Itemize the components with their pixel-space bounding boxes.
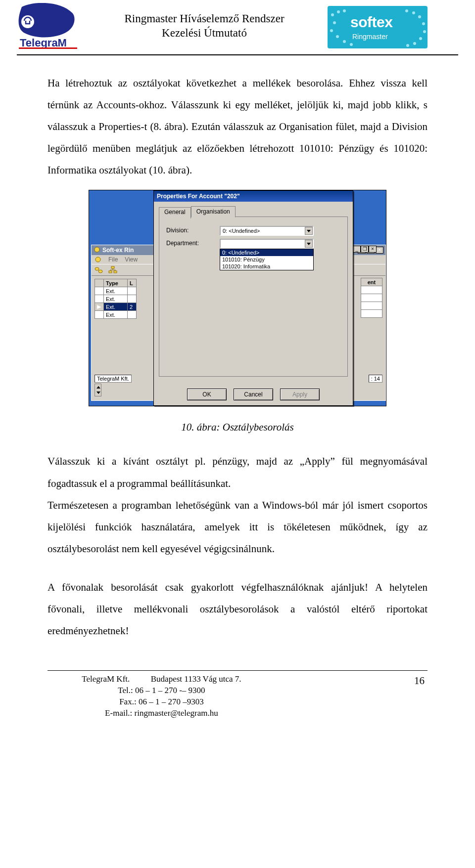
header-title-1: Ringmaster Híváselemző Rendszer bbox=[87, 12, 322, 26]
statusbar-left: TelegraM Kft. bbox=[95, 375, 132, 383]
bg-title-text: Soft-ex Rin bbox=[102, 247, 134, 254]
table-row-selected[interactable]: ▶ Ext. 2 bbox=[95, 303, 137, 311]
col-ent[interactable]: ent bbox=[361, 278, 382, 286]
bg-app-icon bbox=[94, 246, 100, 255]
svg-point-11 bbox=[412, 11, 415, 14]
mdi-minimize-button[interactable]: _ bbox=[353, 246, 361, 253]
paragraph-4: A fővonalak besorolását csak gyakorlott … bbox=[48, 576, 428, 642]
telegram-logo: TelegraM bbox=[17, 3, 81, 49]
col-l[interactable]: L bbox=[128, 279, 137, 287]
cancel-button[interactable]: Cancel bbox=[234, 389, 273, 400]
division-value: 0: <Undefined> bbox=[223, 228, 260, 234]
department-option[interactable]: 0: <Undefined> bbox=[220, 249, 313, 256]
toolbar-phones-icon[interactable] bbox=[95, 266, 103, 274]
tab-general[interactable]: General bbox=[159, 207, 191, 218]
svg-point-15 bbox=[419, 37, 422, 40]
svg-point-4 bbox=[343, 9, 346, 12]
figure-caption: 10. ábra: Osztálybesorolás bbox=[0, 421, 475, 434]
screenshot-canvas: Soft-ex Rin _ □ × File View bbox=[89, 190, 386, 406]
mdi-restore-button[interactable]: ❐ bbox=[361, 246, 369, 253]
department-dropdown-list: 0: <Undefined> 101010: Pénzügy 101020: I… bbox=[220, 249, 314, 270]
department-option[interactable]: 101020: Informatika bbox=[220, 263, 313, 270]
body-text-2: Válasszuk ki a kívánt osztályt pl. pénzü… bbox=[0, 450, 475, 642]
header-title-2: Kezelési Útmutató bbox=[87, 26, 322, 41]
svg-point-2 bbox=[331, 13, 334, 16]
svg-point-20 bbox=[95, 267, 99, 270]
dialog-button-row: OK Cancel Apply bbox=[154, 389, 353, 400]
svg-point-8 bbox=[343, 40, 346, 43]
svg-point-10 bbox=[405, 9, 408, 12]
body-text-1: Ha létrehoztuk az osztályokat következhe… bbox=[0, 72, 475, 181]
dialog-tabs: General Organisation bbox=[159, 206, 348, 217]
svg-point-12 bbox=[418, 15, 421, 18]
footer-line-4: E-mail.: ringmaster@telegram.hu bbox=[48, 708, 276, 719]
header-titles: Ringmaster Híváselemző Rendszer Kezelési… bbox=[87, 3, 322, 41]
table-row[interactable]: Ext. bbox=[95, 311, 137, 319]
paragraph-3: Természetesen a programban lehetőségünk … bbox=[48, 494, 428, 560]
dialog-titlebar: Properties For Account "202" bbox=[154, 191, 353, 202]
svg-rect-23 bbox=[109, 271, 112, 273]
footer-rule bbox=[48, 670, 428, 671]
svg-point-16 bbox=[413, 42, 416, 45]
header-rule bbox=[17, 54, 458, 55]
page-footer: TelegraM Kft. Budapest 1133 Vág utca 7. … bbox=[48, 670, 428, 719]
softex-logo: softex Ringmaster bbox=[328, 6, 428, 48]
page-number: 16 bbox=[276, 674, 428, 719]
department-option[interactable]: 101010: Pénzügy bbox=[220, 256, 313, 263]
svg-point-19 bbox=[95, 257, 100, 262]
menu-view[interactable]: View bbox=[125, 256, 138, 263]
footer-line-1: TelegraM Kft. Budapest 1133 Vág utca 7. bbox=[48, 674, 276, 685]
svg-rect-24 bbox=[114, 271, 117, 273]
ok-button[interactable]: OK bbox=[187, 389, 227, 400]
telegram-logo-text: TelegraM bbox=[20, 37, 67, 49]
svg-point-21 bbox=[98, 270, 102, 273]
bg-grid-right: ent bbox=[361, 278, 382, 318]
figure-10: Soft-ex Rin _ □ × File View bbox=[89, 190, 386, 406]
svg-point-5 bbox=[333, 21, 336, 24]
svg-point-3 bbox=[337, 10, 340, 13]
toolbar-orgchart-icon[interactable] bbox=[108, 266, 117, 274]
page-header: TelegraM Ringmaster Híváselemző Rendszer… bbox=[0, 0, 475, 49]
paragraph-2: Válasszuk ki a kívánt osztályt pl. pénzü… bbox=[48, 450, 428, 494]
department-combo[interactable]: 0: <Undefined> 101010: Pénzügy 101020: I… bbox=[220, 239, 314, 270]
svg-point-7 bbox=[336, 35, 339, 38]
apply-button[interactable]: Apply bbox=[280, 389, 320, 400]
svg-rect-1 bbox=[19, 47, 77, 49]
tab-organisation-page: Division: 0: <Undefined> Department: bbox=[159, 217, 348, 377]
tab-organisation[interactable]: Organisation bbox=[191, 206, 236, 217]
softex-logo-text: softex bbox=[350, 14, 392, 31]
table-row[interactable]: Ext. bbox=[95, 295, 137, 303]
paragraph-1: Ha létrehoztuk az osztályokat következhe… bbox=[48, 72, 428, 181]
label-department: Department: bbox=[166, 239, 216, 247]
properties-dialog: Properties For Account "202" General Org… bbox=[153, 190, 353, 406]
svg-point-17 bbox=[406, 44, 409, 47]
bg-app-menu-icon[interactable] bbox=[95, 256, 101, 263]
record-spinner[interactable] bbox=[95, 384, 101, 396]
mdi-close-button[interactable]: × bbox=[369, 246, 377, 253]
dialog-title: Properties For Account "202" bbox=[157, 193, 240, 200]
softex-logo-sub: Ringmaster bbox=[352, 33, 388, 41]
label-division: Division: bbox=[166, 226, 216, 234]
chevron-down-icon[interactable] bbox=[305, 240, 313, 248]
svg-point-13 bbox=[422, 22, 425, 25]
mdi-child-buttons: _ ❐ × bbox=[353, 246, 383, 254]
statusbar-right: : 14 bbox=[369, 375, 382, 383]
svg-rect-22 bbox=[111, 266, 114, 268]
table-row[interactable]: Ext. bbox=[95, 287, 137, 295]
svg-point-14 bbox=[423, 30, 426, 33]
svg-point-6 bbox=[330, 29, 333, 32]
division-combo[interactable]: 0: <Undefined> bbox=[220, 226, 314, 236]
svg-point-18 bbox=[95, 247, 99, 252]
menu-file[interactable]: File bbox=[108, 256, 118, 263]
footer-line-2: Tel.: 06 – 1 – 270 -– 9300 bbox=[48, 685, 276, 696]
footer-line-3: Fax.: 06 – 1 – 270 –9303 bbox=[48, 696, 276, 708]
chevron-down-icon[interactable] bbox=[305, 227, 313, 235]
svg-point-9 bbox=[350, 43, 353, 46]
col-type[interactable]: Type bbox=[104, 279, 128, 287]
